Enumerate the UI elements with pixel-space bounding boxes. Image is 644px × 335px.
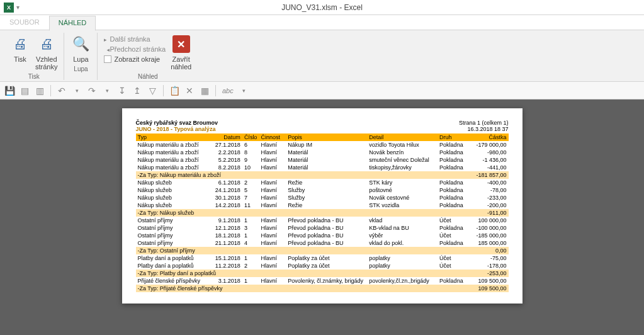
printer-icon [10,34,30,54]
table-row: Platby daní a poplatků11.2.20182HlavníPo… [136,262,509,270]
page-layout-button[interactable]: Vzhled stránky [33,33,60,72]
col-castka: Částka [470,133,508,141]
qat-separator [215,85,216,96]
qat-separator [50,85,51,96]
subtotal-row: -Za Typ: Nákup materiálu a zboží-181 857… [136,171,509,179]
table-row: Nákup služeb30.1.20187HlavníSlužbyNovák … [136,194,509,202]
close-preview-button[interactable]: ✕ Zavřít náhled [168,33,194,72]
tab-file[interactable]: SOUBOR [0,15,49,30]
table-row: Platby daní a poplatků15.1.20181HlavníPo… [136,254,509,262]
group-label-preview: Náhled [138,73,158,80]
qat-separator [163,85,164,96]
table-row: Nákup materiálu a zboží5.2.20189HlavníMa… [136,156,509,164]
magnifier-icon [71,34,91,54]
qat-archive-icon[interactable]: ▥ [33,84,47,98]
table-row: Nákup materiálu a zboží27.1.20186HlavníN… [136,141,509,149]
table-row: Ostatní příjmy12.1.20183HlavníPřevod pok… [136,224,509,232]
window-titlebar: ▾ JUNO_V31.xlsm - Excel [0,0,644,15]
ribbon-group-preview: Další stránka Předchozí stránka Zobrazit… [98,33,198,80]
print-button[interactable]: Tisk [8,33,33,64]
qat-sort-asc-icon[interactable]: ↧ [115,84,129,98]
qat-dropdown-icon[interactable]: ▾ [100,84,114,98]
page-layout-icon [37,34,57,54]
quick-access-toolbar: 💾 ▤ ▥ ↶ ▾ ↷ ▾ ↧ ↥ ▽ 📋 ✕ ▦ abc ▾ [0,82,644,99]
ribbon-tabs: SOUBOR NÁHLED [0,15,644,30]
ribbon: Tisk Vzhled stránky Tisk Lupa Lupa Další… [0,30,644,82]
table-row: Nákup materiálu a zboží8.2.201810HlavníM… [136,164,509,171]
col-detail: Detail [367,133,438,141]
group-label-zoom: Lupa [74,65,88,72]
window-title: JUNO_V31.xlsm - Excel [281,3,363,12]
tab-preview[interactable]: NÁHLED [49,16,96,31]
qat-folder-icon[interactable]: ▤ [18,84,31,98]
table-row: Nákup služeb24.1.20185HlavníSlužbypoštov… [136,186,509,194]
col-datum: Datum [209,133,242,141]
print-preview-workspace: Český rybářský svaz Broumov JUNO - 2018 … [0,99,644,335]
subtotal-row: -Za Typ: Nákup služeb-911,00 [136,209,509,217]
preview-page: Český rybářský svaz Broumov JUNO - 2018 … [122,108,523,304]
qat-filter-icon[interactable]: ▽ [145,84,159,98]
subtotal-row: -Za Typ: Platby daní a poplatků-253,00 [136,270,509,277]
table-row: Ostatní příjmy18.1.20181HlavníPřevod pok… [136,232,509,239]
table-row: Ostatní příjmy9.1.20181HlavníPřevod pokl… [136,217,509,224]
checkbox-icon [104,55,111,63]
ribbon-group-print: Tisk Vzhled stránky Tisk [4,33,64,80]
ribbon-group-zoom: Lupa Lupa [64,33,98,80]
report-page-info: Strana 1 (celkem 1) [459,120,509,126]
qat-table-icon[interactable]: ▦ [198,84,212,98]
qat-paste-icon[interactable]: 📋 [167,84,181,98]
table-row: Nákup služeb14.2.201811HlavníRežieSTK vo… [136,202,509,209]
prev-page-button[interactable]: Předchozí stránka [104,45,166,53]
arrow-left-icon [104,45,110,53]
col-typ: Typ [136,133,210,141]
table-row: Přijaté členské příspěvky3.1.20181Hlavní… [136,277,509,285]
report-timestamp: 16.3.2018 18 37 [459,126,509,132]
col-cinnost: Činnost [259,133,286,141]
next-page-button[interactable]: Další stránka [104,35,166,43]
report-subtitle: JUNO - 2018 - Typová analýza [136,126,218,132]
table-header-row: Typ Datum Číslo Činnost Popis Detail Dru… [136,133,509,141]
subtotal-row: -Za Typ: Ostatní příjmy0,00 [136,247,509,254]
qat-spellcheck-button[interactable]: abc [220,84,236,98]
table-row: Ostatní příjmy21.1.20184HlavníPřevod pok… [136,239,509,247]
qat-save-icon[interactable]: 💾 [3,84,16,98]
col-cislo: Číslo [242,133,259,141]
report-org: Český rybářský svaz Broumov [136,120,218,126]
show-margins-checkbox[interactable]: Zobrazit okraje [104,55,166,63]
subtotal-row: -Za Typ: Přijaté členské příspěvky109 50… [136,285,509,292]
report-table: Typ Datum Číslo Činnost Popis Detail Dru… [136,133,509,292]
qat-dropdown-icon[interactable]: ▾ [70,84,84,98]
group-label-print: Tisk [28,73,40,80]
qat-sort-desc-icon[interactable]: ↥ [130,84,144,98]
close-icon: ✕ [172,35,190,53]
col-druh: Druh [438,133,470,141]
table-row: Nákup služeb6.1.20182HlavníRežieSTK káry… [136,179,509,186]
qat-overflow-icon[interactable]: ▾ [237,84,251,98]
zoom-button[interactable]: Lupa [68,33,93,64]
excel-app-icon [4,3,14,13]
qat-undo-icon[interactable]: ↶ [55,84,69,98]
col-popis: Popis [286,133,367,141]
qat-redo-icon[interactable]: ↷ [85,84,99,98]
table-row: Nákup materiálu a zboží2.2.20188HlavníMa… [136,149,509,156]
arrow-right-icon [104,35,110,43]
qat-delete-icon[interactable]: ✕ [183,84,196,98]
